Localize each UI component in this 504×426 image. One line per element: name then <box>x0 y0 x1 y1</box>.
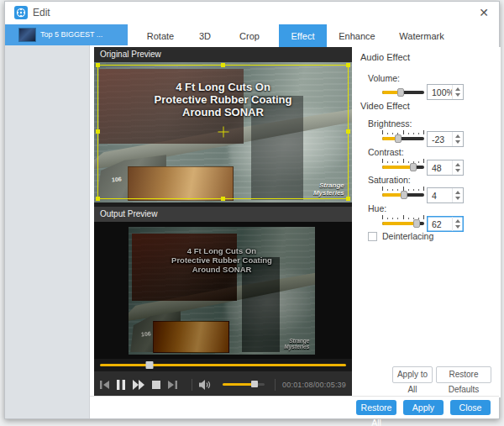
slider-tick <box>397 218 398 219</box>
player-volume-slider[interactable] <box>223 383 265 386</box>
volume-spinbox[interactable] <box>427 84 464 100</box>
spin-down-icon[interactable] <box>455 225 460 229</box>
spin-down-icon[interactable] <box>455 140 460 144</box>
deinterlacing-option[interactable]: Deinterlacing <box>368 231 433 241</box>
crop-handle-se[interactable] <box>346 197 350 201</box>
pause-icon[interactable] <box>117 380 125 390</box>
fast-forward-icon[interactable] <box>133 380 144 390</box>
player-controls: 00:01:08/00:05:39 <box>94 371 352 397</box>
brightness-spinner-arrows[interactable] <box>452 132 463 146</box>
slider-tick <box>403 130 404 134</box>
saturation-spinner-arrows[interactable] <box>452 188 463 202</box>
saturation-slider[interactable] <box>382 193 424 197</box>
next-frame-icon[interactable] <box>168 380 177 390</box>
video-thumbnail <box>18 28 36 42</box>
crop-handle-e[interactable] <box>346 129 350 134</box>
hue-spinbox[interactable] <box>427 216 464 232</box>
close-button[interactable]: Close <box>450 400 491 415</box>
output-preview-video: 106 4 Ft Long Cuts On Protective Rubber … <box>129 227 315 355</box>
brightness-spinbox[interactable] <box>427 131 464 147</box>
crop-handle-sw[interactable] <box>96 197 100 201</box>
inset-photo <box>153 321 229 353</box>
contrast-input[interactable] <box>428 160 452 175</box>
spin-up-icon[interactable] <box>455 134 460 138</box>
tab-enhance[interactable]: Enhance <box>327 24 387 48</box>
controls-separator-2 <box>275 379 276 391</box>
brightness-thumb[interactable] <box>395 134 402 143</box>
stop-icon[interactable] <box>152 380 160 390</box>
volume-input[interactable] <box>428 85 452 99</box>
seek-bar[interactable] <box>100 364 346 366</box>
slider-tick <box>408 133 409 134</box>
apply-to-all-button[interactable]: Apply to All <box>392 366 433 383</box>
spin-up-icon[interactable] <box>455 191 460 194</box>
video-frame: 106 4 Ft Long Cuts On Protective Rubber … <box>129 227 315 355</box>
slider-tick <box>408 161 409 163</box>
spin-down-icon[interactable] <box>455 169 460 172</box>
spin-down-icon[interactable] <box>455 93 460 97</box>
crop-handle-nw[interactable] <box>96 63 100 67</box>
contrast-label: Contrast: <box>368 147 404 157</box>
app-logo-icon <box>14 6 28 19</box>
previous-frame-icon[interactable] <box>100 380 109 390</box>
contrast-spinner-arrows[interactable] <box>452 160 463 175</box>
spin-down-icon[interactable] <box>455 197 460 200</box>
apply-button[interactable]: Apply <box>403 400 444 415</box>
crop-handle-w[interactable] <box>96 129 100 134</box>
crop-handle-s[interactable] <box>221 197 225 201</box>
slider-tick <box>392 133 393 134</box>
crop-handle-n[interactable] <box>221 63 225 67</box>
spin-up-icon[interactable] <box>455 219 460 223</box>
spin-up-icon[interactable] <box>455 163 460 166</box>
deinterlacing-checkbox[interactable] <box>368 232 377 241</box>
speaker-icon[interactable] <box>199 379 212 391</box>
tab-effect[interactable]: Effect <box>279 24 327 48</box>
time-display: 00:01:08/00:05:39 <box>282 381 346 389</box>
brightness-slider[interactable] <box>382 137 424 140</box>
footer-bar: Restore All Apply Close <box>90 396 499 418</box>
restore-defaults-button[interactable]: Restore Defaults <box>436 366 491 383</box>
tab-crop[interactable]: Crop <box>220 24 279 48</box>
original-preview-label: Original Preview <box>94 47 352 62</box>
saturation-spinbox[interactable] <box>427 187 464 203</box>
audio-effect-heading: Audio Effect <box>360 52 410 62</box>
hue-slider[interactable] <box>382 222 424 225</box>
slider-tick <box>418 133 419 134</box>
hue-label: Hue: <box>368 203 386 213</box>
crop-selection-box[interactable] <box>97 65 349 199</box>
slider-tick <box>418 189 419 191</box>
volume-slider[interactable] <box>382 91 424 94</box>
hull-number: 106 <box>141 330 151 337</box>
slider-tick <box>397 189 398 191</box>
playlist-panel <box>5 24 90 418</box>
controls-separator <box>192 379 192 391</box>
player-volume-thumb[interactable] <box>251 381 258 387</box>
hue-thumb[interactable] <box>413 219 420 228</box>
contrast-thumb[interactable] <box>410 163 417 171</box>
output-preview-label: Output Preview <box>94 207 352 222</box>
contrast-spinbox[interactable] <box>427 160 464 176</box>
slider-tick <box>408 189 409 191</box>
seek-thumb[interactable] <box>145 361 153 369</box>
saturation-input[interactable] <box>428 188 452 202</box>
volume-spinner-arrows[interactable] <box>452 85 463 99</box>
crop-center-crosshair[interactable] <box>218 127 228 138</box>
effects-panel: Audio Effect Volume: Video Effect Bright… <box>352 47 501 397</box>
output-preview-area: 106 4 Ft Long Cuts On Protective Rubber … <box>94 222 352 359</box>
volume-thumb[interactable] <box>397 88 404 97</box>
playlist-item-selected[interactable]: Top 5 BIGGEST ... <box>5 24 128 45</box>
video-effect-heading: Video Effect <box>360 101 410 111</box>
hue-input[interactable] <box>428 217 452 231</box>
brightness-input[interactable] <box>428 132 452 146</box>
spin-up-icon[interactable] <box>455 87 460 91</box>
hue-spinner-arrows[interactable] <box>452 217 463 231</box>
slider-tick <box>423 187 424 191</box>
restore-all-button[interactable]: Restore All <box>356 400 396 415</box>
contrast-slider[interactable] <box>382 166 424 169</box>
channel-watermark: Strange Mysteries <box>284 338 309 350</box>
crop-handle-ne[interactable] <box>346 63 350 67</box>
slider-tick <box>408 218 409 219</box>
saturation-thumb[interactable] <box>401 191 407 199</box>
tab-watermark[interactable]: Watermark <box>387 24 456 48</box>
close-icon[interactable]: ✕ <box>479 5 489 20</box>
